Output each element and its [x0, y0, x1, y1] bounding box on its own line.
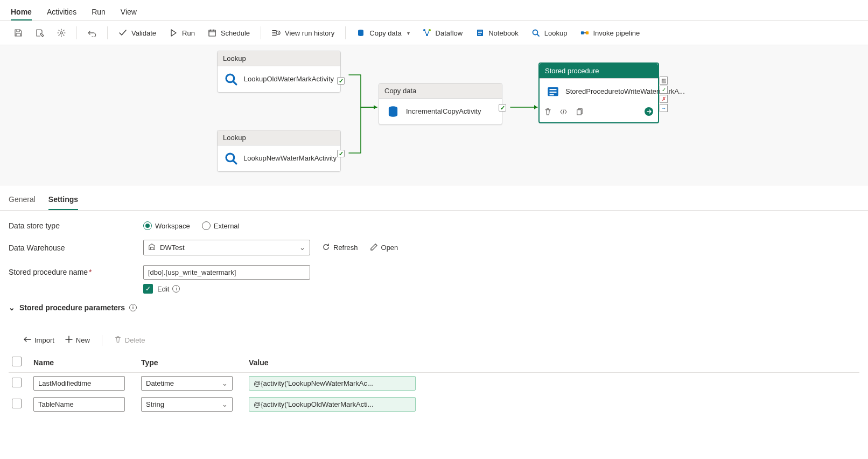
param-type-select[interactable]: String⌄	[141, 397, 233, 412]
run-label: Run	[182, 29, 195, 37]
toolbar-separator	[261, 26, 261, 39]
toolbar-separator	[76, 26, 77, 39]
lookup-label: Lookup	[544, 29, 568, 37]
row-checkbox[interactable]	[12, 399, 22, 408]
param-type-select[interactable]: Datetime⌄	[141, 376, 233, 391]
tab-run[interactable]: Run	[92, 4, 106, 20]
activity-lookup-old-watermark[interactable]: Lookup LookupOldWaterMarkActivity	[217, 51, 341, 93]
success-port[interactable]	[337, 77, 345, 85]
check-icon	[118, 29, 127, 37]
tab-general[interactable]: General	[9, 192, 36, 210]
dataflow-button[interactable]: Dataflow	[417, 25, 468, 40]
toolbar-separator	[102, 335, 102, 346]
info-icon[interactable]: i	[129, 304, 137, 311]
pipeline-canvas[interactable]: Lookup LookupOldWaterMarkActivity Lookup…	[0, 45, 868, 185]
svg-point-0	[60, 32, 62, 34]
radio-external-label: External	[214, 222, 240, 230]
edit-checkbox[interactable]: ✓	[143, 284, 153, 294]
refresh-label: Refresh	[333, 244, 358, 252]
success-port[interactable]	[337, 150, 345, 157]
sproc-name-input[interactable]: [dbo].[usp_write_watermark]	[143, 265, 310, 280]
notebook-label: Notebook	[488, 29, 519, 37]
param-name-input[interactable]: LastModifiedtime	[33, 376, 125, 391]
params-section-label: Stored procedure parameters	[19, 303, 125, 312]
info-icon[interactable]: i	[172, 285, 180, 293]
param-value-input[interactable]: @{activity('LookupOldWaterMarkActi...	[249, 397, 416, 412]
schedule-button[interactable]: Schedule	[202, 25, 255, 40]
undo-button[interactable]	[82, 25, 102, 40]
svg-line-24	[233, 81, 236, 85]
copy-icon[interactable]	[575, 108, 583, 117]
copy-data-button[interactable]: Copy data ▾	[351, 25, 415, 40]
data-warehouse-select[interactable]: DWTest ⌄	[143, 240, 310, 255]
validate-button[interactable]: Validate	[113, 25, 162, 40]
param-row: LastModifiedtime Datetime⌄ @{activity('L…	[9, 373, 859, 394]
go-icon[interactable]	[644, 107, 654, 118]
schedule-label: Schedule	[221, 29, 250, 37]
tab-view[interactable]: View	[121, 4, 137, 20]
svg-rect-1	[209, 30, 215, 36]
search-icon	[224, 72, 239, 87]
notebook-button[interactable]: Notebook	[470, 25, 524, 40]
invoke-pipeline-label: Invoke pipeline	[593, 29, 640, 37]
open-label: Open	[381, 244, 398, 252]
col-value: Value	[246, 352, 859, 373]
delete-icon[interactable]	[544, 108, 552, 117]
output-ports: ▨ ✓ ✗ →	[660, 76, 668, 112]
gear-icon	[57, 29, 66, 37]
data-warehouse-label: Data Warehouse	[9, 244, 143, 252]
edit-label: Edit	[157, 285, 169, 293]
activity-type: Stored procedure	[540, 64, 658, 79]
success-port[interactable]	[499, 104, 506, 112]
import-icon	[23, 336, 31, 345]
edit-icon	[370, 243, 378, 253]
activity-incremental-copy[interactable]: Copy data IncrementalCopyActivity	[379, 83, 502, 125]
tab-settings[interactable]: Settings	[48, 192, 78, 210]
chevron-down-icon: ⌄	[9, 303, 15, 312]
tab-home[interactable]: Home	[11, 4, 32, 20]
port-completion[interactable]: →	[660, 104, 668, 112]
code-icon[interactable]	[559, 108, 568, 117]
toolbar-separator	[107, 26, 108, 39]
port-fail[interactable]: ✗	[660, 95, 668, 103]
refresh-button[interactable]: Refresh	[322, 243, 358, 253]
col-type: Type	[138, 352, 246, 373]
lookup-button[interactable]: Lookup	[526, 25, 573, 40]
activity-lookup-new-watermark[interactable]: Lookup LookupNewWaterMarkActivity	[217, 130, 341, 172]
import-button[interactable]: Import	[18, 333, 59, 347]
svg-marker-22	[534, 105, 537, 109]
run-button[interactable]: Run	[164, 25, 200, 40]
chevron-down-icon: ⌄	[299, 244, 305, 252]
search-icon	[531, 29, 540, 37]
invoke-pipeline-button[interactable]: Invoke pipeline	[575, 25, 646, 40]
save-as-button[interactable]	[30, 25, 50, 40]
delete-icon	[114, 336, 122, 345]
svg-rect-14	[478, 31, 482, 31]
dataflow-icon	[423, 29, 431, 37]
port-skip[interactable]: ▨	[660, 76, 668, 85]
svg-rect-15	[478, 32, 482, 33]
calendar-icon	[208, 29, 216, 37]
open-button[interactable]: Open	[370, 243, 398, 253]
tab-activities[interactable]: Activities	[47, 4, 76, 20]
row-checkbox[interactable]	[12, 378, 22, 387]
params-section-header[interactable]: ⌄ Stored procedure parameters i	[9, 303, 859, 312]
activity-stored-procedure[interactable]: Stored procedure StoredProceduretoWriteW…	[538, 62, 659, 123]
delete-button[interactable]: Delete	[110, 333, 150, 347]
svg-rect-20	[585, 31, 588, 34]
param-name-input[interactable]: TableName	[33, 397, 125, 412]
notebook-icon	[475, 29, 484, 37]
select-all-checkbox[interactable]	[12, 357, 22, 366]
settings-button[interactable]	[52, 25, 71, 40]
param-value-input[interactable]: @{activity('LookupNewWaterMarkAc...	[249, 376, 416, 391]
radio-workspace[interactable]: Workspace	[143, 221, 190, 230]
validate-label: Validate	[131, 29, 156, 37]
new-button[interactable]: New	[61, 333, 94, 347]
save-button[interactable]	[9, 25, 28, 40]
port-success[interactable]: ✓	[660, 86, 668, 94]
radio-icon	[202, 221, 211, 230]
radio-icon	[143, 221, 152, 230]
radio-external[interactable]: External	[202, 221, 240, 230]
svg-rect-32	[577, 109, 582, 114]
view-run-history-button[interactable]: View run history	[267, 25, 340, 40]
